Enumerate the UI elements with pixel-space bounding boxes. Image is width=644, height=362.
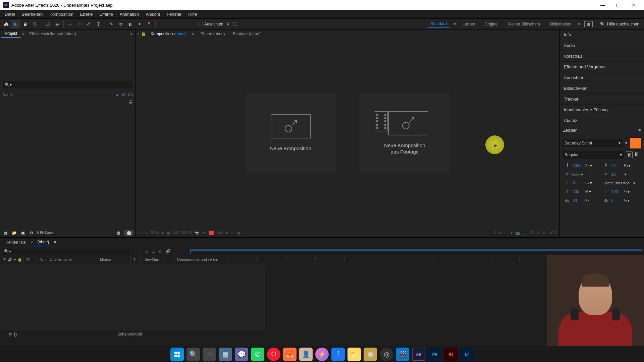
view-icon-3[interactable]: ⏱ [530,231,534,235]
lock-icon[interactable]: 🔒 [141,32,146,36]
selection-tool[interactable] [11,20,20,28]
project-search-input[interactable]: 🔍▾ [3,81,133,88]
new-folder-icon[interactable]: 📁 [11,230,17,236]
panel-overflow-icon[interactable]: » [129,32,134,36]
align-checkbox[interactable] [199,22,203,26]
panel-effekte-vorgaben[interactable]: Effekte und Vorgaben [560,62,644,72]
tl-toggle-4[interactable]: ◐ [159,249,162,254]
taskbar-taskview[interactable]: ▭ [203,348,216,361]
pen-tool[interactable] [85,20,93,28]
playhead[interactable] [191,249,191,254]
font-style-select[interactable]: Regular▾ [562,151,624,159]
view-icon-1[interactable]: 📺 [515,231,520,235]
bit-depth-label[interactable]: 8-Bit-Kanal [37,231,53,235]
show-snapshot-icon[interactable]: 👁 [202,231,206,235]
close-button[interactable]: ✕ [626,0,641,10]
taskbar-app2[interactable]: ⬢ [364,348,377,361]
tl-toggle-5[interactable]: 🔗 [165,249,170,254]
taskbar-firefox[interactable]: 🦊 [283,348,297,361]
flowchart-icon[interactable]: ⬓ [128,99,132,104]
taskbar-lightroom[interactable]: Lr [460,348,474,361]
menu-ansicht[interactable]: Ansicht [142,10,163,18]
exposure-value[interactable]: +0,0 [549,231,557,235]
tl-toggle-6[interactable]: ⬚ [174,249,177,254]
tab-close-icon[interactable]: × [137,32,140,36]
menu-fenster[interactable]: Fenster [163,10,185,18]
tracking-input[interactable]: 10 [610,171,624,177]
baseline-input[interactable]: 34 [571,197,585,203]
snap-options-icon[interactable]: ⛶ [233,22,237,26]
panel-absatz[interactable]: Absatz [560,115,644,126]
tl-toggle-3[interactable]: ⬓ [152,249,155,254]
workspace-lernen[interactable]: Lernen [460,20,478,28]
font-size-input[interactable]: 1000 [571,163,585,169]
schalter-modi-label[interactable]: Schalter/Modi [117,332,142,337]
workspace-overflow-icon[interactable]: » [578,22,580,26]
menu-effekte[interactable]: Effekte [96,10,116,18]
taskbar-messenger[interactable]: ⚡ [315,348,329,361]
tl-foot-icon-2[interactable]: ⚙ [8,332,12,337]
col-modus[interactable]: Modus [97,256,131,264]
taskbar-after-effects[interactable]: Ae [412,348,425,361]
taskbar-app1[interactable]: 👤 [299,348,313,361]
taskbar-facebook[interactable]: f [331,348,345,361]
tab-komposition-menu[interactable]: ≡ [191,32,196,36]
menu-komposition[interactable]: Komposition [46,10,77,18]
col-name[interactable]: Name [3,93,113,97]
rectangle-tool[interactable]: ▭ [75,20,84,28]
tab-projekt[interactable]: Projekt [1,30,20,38]
sort-arrow-icon[interactable]: ▲ [115,93,119,97]
fill-color-swatch[interactable] [630,137,641,149]
time-display[interactable]: 0:00:00:00 [173,231,192,235]
type-tool[interactable]: T [94,20,103,28]
workspace-bibliotheken[interactable]: Bibliotheken [547,20,574,28]
zoom-value[interactable]: 50% [151,231,159,235]
view-icon-5[interactable]: ⚙ [542,231,546,235]
tab-renderliste[interactable]: Renderliste [2,239,29,246]
view-icon-2[interactable]: ⛶ [523,231,527,235]
vscale-input[interactable]: 100 [571,189,585,195]
delete-icon[interactable]: 🗑 [115,230,122,236]
view-count[interactable]: 1 Ans... [494,231,508,235]
tab-komposition[interactable]: Komposition (ohne) [147,30,189,38]
col-nr[interactable]: Nr. [37,256,47,264]
menu-hilfe[interactable]: Hilfe [185,10,200,18]
search-toggle-icon[interactable]: ⬤ [124,230,133,236]
workspace-standard[interactable]: Standard [428,20,449,28]
transparency-icon[interactable]: ▦ [237,231,240,235]
timeline-ruler[interactable] [191,249,642,254]
region-icon[interactable]: ▭ [230,231,234,235]
menu-ebene[interactable]: Ebene [77,10,96,18]
tab-timeline-menu[interactable]: ≡ [52,240,58,245]
timeline-search-input[interactable]: 🔍▾ [2,248,129,255]
taskbar-opera[interactable]: O [267,348,280,361]
tab-effekteinstellungen[interactable]: Effekteinstellungen (ohne) [26,30,79,38]
taskbar-whatsapp[interactable]: ✆ [251,348,264,361]
resolution-icon[interactable]: ▦ [166,231,170,235]
taskbar-explorer[interactable]: 📁 [347,348,361,361]
view-icon-4[interactable]: ✦ [536,231,540,235]
workspace-kleiner-bildschirm[interactable]: Kleiner Bildschirm [505,20,543,28]
kerning-select[interactable]: Metrik [571,173,580,176]
speaker-icon[interactable]: 🔊 [8,257,12,262]
tab-close-icon[interactable]: × [29,240,34,245]
hand-tool[interactable] [21,20,30,28]
font-family-select[interactable]: Saturday Script▾ [562,139,623,147]
eye-icon[interactable]: 👁 [3,257,6,262]
menu-bearbeiten[interactable]: Bearbeiten [18,10,46,18]
workspace-original[interactable]: Original [482,20,501,28]
tab-ebene[interactable]: Ebene (ohne) [197,30,228,38]
zoom-tool[interactable] [30,20,39,28]
help-search[interactable]: 🔍 Hilfe durchsuchen [597,22,642,26]
tab-projekt-menu[interactable]: ≡ [20,32,26,36]
panel-ausrichten[interactable]: Ausrichten [560,72,644,83]
interpret-icon[interactable]: ▦ [2,230,9,236]
panel-bibliotheken[interactable]: Bibliotheken [560,83,644,94]
roto-tool[interactable]: ✦ [135,20,144,28]
brush-tool[interactable]: ✎ [107,20,116,28]
panel-inhaltsbasierte-fuellung[interactable]: Inhaltsbasierte Füllung [560,105,644,115]
mask-icon[interactable]: ▭ [139,231,142,235]
menu-datei[interactable]: Datei [1,10,18,18]
panel-tracker[interactable]: Tracker [560,94,644,105]
rotate-tool[interactable] [43,20,52,28]
